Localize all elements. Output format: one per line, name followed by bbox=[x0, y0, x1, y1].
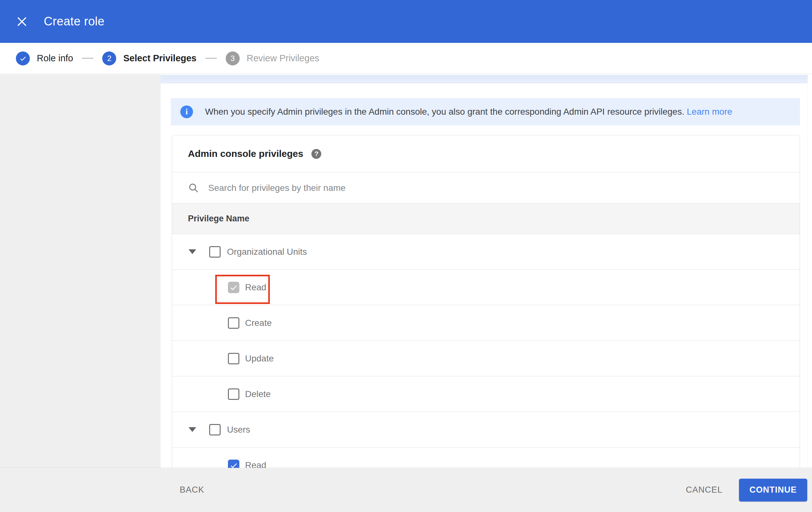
privilege-label[interactable]: Organizational Units bbox=[227, 247, 307, 257]
create-role-dialog: Create role Role info 2 Select Privilege… bbox=[0, 0, 812, 512]
privilege-label[interactable]: Users bbox=[227, 425, 250, 435]
step-label: Select Privileges bbox=[123, 53, 197, 63]
step-divider bbox=[82, 58, 93, 59]
checkbox-users[interactable] bbox=[209, 424, 221, 435]
step-divider bbox=[205, 58, 217, 59]
dialog-title: Create role bbox=[44, 15, 105, 28]
checkbox-delete[interactable] bbox=[228, 388, 239, 400]
search-icon bbox=[188, 182, 199, 194]
privilege-label[interactable]: Update bbox=[245, 353, 273, 364]
scrolled-content-band bbox=[161, 75, 808, 83]
privileges-card: Admin console privileges ? Privilege Nam… bbox=[172, 135, 800, 468]
card-title: Admin console privileges bbox=[188, 148, 303, 159]
footer-right-actions: CANCEL CONTINUE bbox=[686, 479, 807, 502]
left-gutter-panel bbox=[0, 74, 161, 512]
collapse-arrow-icon[interactable] bbox=[188, 249, 196, 254]
footer-action-bar: BACK CANCEL CONTINUE bbox=[0, 468, 812, 512]
privilege-row-organizational-units: Organizational Units bbox=[172, 234, 800, 269]
info-banner: i When you specify Admin privileges in t… bbox=[171, 98, 800, 126]
privilege-label[interactable]: Read bbox=[245, 282, 266, 293]
table-header: Privilege Name bbox=[172, 203, 800, 234]
learn-more-link[interactable]: Learn more bbox=[687, 107, 732, 116]
privilege-row-update: Update bbox=[172, 341, 800, 376]
content-area: i When you specify Admin privileges in t… bbox=[161, 74, 812, 468]
check-icon bbox=[229, 461, 238, 468]
back-button[interactable]: BACK bbox=[180, 485, 204, 495]
step-number: 2 bbox=[102, 51, 116, 65]
privilege-label[interactable]: Read bbox=[245, 460, 266, 468]
collapse-arrow-icon[interactable] bbox=[188, 427, 196, 432]
banner-message: When you specify Admin privileges in the… bbox=[205, 107, 685, 116]
checkbox-read-users-checked[interactable] bbox=[228, 460, 239, 468]
help-icon[interactable]: ? bbox=[311, 149, 321, 159]
privilege-row-users: Users bbox=[172, 412, 800, 447]
column-header: Privilege Name bbox=[188, 214, 250, 224]
privilege-label[interactable]: Create bbox=[245, 318, 272, 328]
continue-button[interactable]: CONTINUE bbox=[739, 479, 807, 502]
privilege-row-read-users: Read bbox=[172, 447, 800, 468]
privilege-label[interactable]: Delete bbox=[245, 389, 271, 399]
checkbox-create[interactable] bbox=[228, 317, 239, 329]
step-complete-icon bbox=[16, 51, 30, 65]
dialog-header: Create role bbox=[0, 0, 812, 43]
check-icon bbox=[229, 283, 238, 292]
checkbox-update[interactable] bbox=[228, 353, 239, 364]
close-icon bbox=[16, 16, 28, 28]
checkbox-read-checked-disabled[interactable] bbox=[228, 282, 239, 293]
step-select-privileges[interactable]: 2 Select Privileges bbox=[102, 51, 197, 65]
checkbox-organizational-units[interactable] bbox=[209, 246, 221, 258]
step-label: Review Privileges bbox=[246, 53, 319, 63]
privilege-row-delete: Delete bbox=[172, 376, 800, 412]
banner-text: When you specify Admin privileges in the… bbox=[205, 107, 732, 117]
privilege-row-create: Create bbox=[172, 305, 800, 341]
check-icon bbox=[19, 55, 27, 62]
wizard-stepper: Role info 2 Select Privileges 3 Review P… bbox=[0, 43, 812, 74]
card-title-row: Admin console privileges ? bbox=[172, 135, 800, 172]
cancel-button[interactable]: CANCEL bbox=[686, 485, 723, 495]
info-icon: i bbox=[180, 105, 193, 118]
step-role-info[interactable]: Role info bbox=[16, 51, 73, 65]
scrollbar-gutter[interactable] bbox=[808, 74, 812, 468]
close-button[interactable] bbox=[14, 14, 29, 29]
privilege-search-row bbox=[172, 172, 800, 203]
step-review-privileges[interactable]: 3 Review Privileges bbox=[226, 51, 319, 65]
step-label: Role info bbox=[37, 53, 73, 63]
step-number: 3 bbox=[226, 51, 240, 65]
privilege-row-read-ou: Read bbox=[172, 269, 800, 305]
search-input[interactable] bbox=[208, 183, 652, 193]
